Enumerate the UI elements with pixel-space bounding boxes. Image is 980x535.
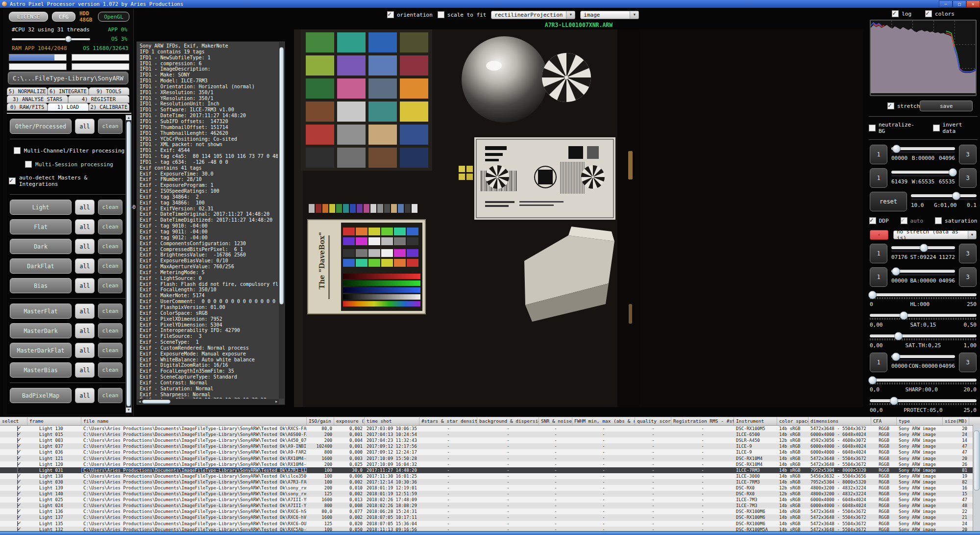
row-checkbox[interactable] [17, 444, 18, 449]
processing-option[interactable]: Multi-Channel/Filter processing [9, 147, 129, 154]
frame-type-button-bias[interactable]: Bias [10, 278, 72, 293]
all-button[interactable]: all [75, 343, 95, 358]
table-row[interactable]: Light 030C:\Users\Aries Productions\Docu… [0, 479, 980, 485]
clean-button[interactable]: clean [98, 362, 122, 378]
all-button[interactable]: all [75, 304, 95, 319]
column-header-snr[interactable]: SNR & noise [539, 417, 572, 425]
histogram-plot[interactable] [870, 20, 977, 96]
all-button[interactable]: all [75, 258, 95, 274]
clean-button[interactable]: clean [98, 323, 122, 338]
clean-button[interactable]: clean [98, 200, 122, 215]
reset-button[interactable]: reset [870, 192, 907, 211]
slider-thumb[interactable] [892, 145, 901, 153]
clean-button[interactable]: clean [98, 119, 122, 134]
row-checkbox[interactable] [17, 485, 18, 490]
slider-min-step-button[interactable]: 1 [870, 244, 887, 263]
slider-track[interactable] [870, 399, 977, 402]
slider-max-step-button[interactable]: 3 [959, 244, 977, 263]
checkbox[interactable] [9, 178, 16, 184]
colors-checkbox[interactable] [925, 10, 932, 17]
table-row[interactable]: Light 037C:\Users\Aries Productions\Docu… [0, 443, 980, 449]
tab-1-load[interactable]: 1) LOAD [48, 103, 88, 111]
row-select-cell[interactable] [0, 491, 27, 496]
display-mode-dropdown[interactable]: image ▼ [580, 11, 639, 19]
table-row[interactable]: Light 025C:\Users\Aries Productions\Docu… [0, 497, 980, 503]
column-header-exp[interactable]: exposure (s) [334, 417, 365, 425]
invert-data-option[interactable]: invert data [933, 122, 978, 134]
table-row[interactable]: Light 135C:\Users\Aries Productions\Docu… [0, 521, 980, 527]
projection-dropdown[interactable]: rectilinearProjection ▼ [491, 11, 575, 19]
row-checkbox[interactable] [17, 450, 18, 455]
frame-type-button-masterflat[interactable]: MasterFlat [10, 304, 72, 319]
tab-2-calibrate[interactable]: 2) CALIBRATE [89, 103, 129, 111]
ddp-option[interactable]: DDP [869, 217, 889, 224]
stretch-option[interactable]: stretch [887, 102, 920, 109]
table-row[interactable]: Light 120C:\Users\Aries Productions\Docu… [0, 461, 980, 467]
working-directory-button[interactable]: C:\...FileType-Library\SonyARW [8, 72, 128, 84]
table-row[interactable]: Light 132C:\Users\Aries Productions\Docu… [0, 527, 980, 531]
checkbox[interactable] [14, 147, 21, 154]
slider-min-step-button[interactable]: 1 [870, 168, 887, 188]
all-button[interactable]: all [75, 219, 95, 234]
threads-slider[interactable] [12, 36, 90, 42]
tab-0-raw-fits[interactable]: 0) RAW/FITS [7, 103, 48, 111]
row-checkbox[interactable] [17, 509, 18, 514]
license-button[interactable]: LICENSE [9, 12, 48, 22]
scroll-up-icon[interactable]: ▲ [126, 115, 131, 120]
slider-track[interactable] [891, 246, 955, 249]
tab-9-tools[interactable]: 9) TOOLS [89, 87, 129, 95]
row-checkbox[interactable] [17, 456, 18, 461]
tab-4-register[interactable]: 4) REGISTER [68, 95, 129, 103]
table-row[interactable]: Light 137C:\Users\Aries Productions\Docu… [0, 514, 980, 520]
column-header-cs[interactable]: color space [777, 417, 808, 425]
row-select-cell[interactable] [0, 527, 27, 531]
row-select-cell[interactable] [0, 503, 27, 508]
column-header-fwhm[interactable]: FWHM min, max (abs & rel) [572, 417, 635, 425]
frame-type-button-other/processed[interactable]: Other/Processed [10, 119, 72, 134]
all-button[interactable]: all [75, 362, 95, 378]
row-checkbox[interactable] [17, 497, 18, 502]
table-row[interactable]: Light 139C:\Users\Aries Productions\Docu… [0, 485, 980, 491]
row-checkbox[interactable] [17, 527, 18, 531]
row-checkbox[interactable] [17, 521, 18, 526]
sidebar-scrollbar[interactable]: ▲ ▼ [125, 115, 132, 413]
table-row[interactable]: Light 036C:\Users\Aries Productions\Docu… [0, 449, 980, 455]
frame-type-button-dark[interactable]: Dark [10, 239, 72, 254]
row-select-cell[interactable] [0, 444, 27, 449]
save-button[interactable]: save [920, 101, 973, 111]
all-button[interactable]: all [75, 119, 95, 134]
row-checkbox[interactable] [17, 432, 18, 437]
row-checkbox[interactable] [17, 462, 18, 467]
slider-track[interactable] [891, 270, 955, 273]
column-header-type[interactable]: type [897, 417, 943, 425]
column-header-stars[interactable]: #stars & star density [419, 417, 477, 425]
table-row[interactable]: Light 121C:\Users\Aries Productions\Docu… [0, 455, 980, 461]
all-button[interactable]: all [75, 278, 95, 293]
clean-button[interactable]: clean [98, 219, 122, 234]
slider-thumb[interactable] [949, 168, 957, 177]
stretch-mode-dropdown[interactable]: no stretch (data as is) ▼ [893, 230, 977, 239]
table-row[interactable]: Light 140C:\Users\Aries Productions\Docu… [0, 491, 980, 497]
frame-type-button-flat[interactable]: Flat [10, 219, 72, 234]
row-checkbox[interactable] [17, 503, 18, 508]
slider-max-step-button[interactable]: 3 [959, 267, 977, 287]
slider-max-step-button[interactable]: 3 [959, 168, 977, 188]
row-checkbox[interactable] [17, 438, 18, 443]
auto-checkbox[interactable] [901, 217, 907, 224]
scale-to-fit-checkbox[interactable] [438, 11, 444, 18]
row-select-cell[interactable] [0, 480, 27, 484]
row-select-cell[interactable] [0, 438, 27, 443]
horizontal-scrollbar[interactable] [0, 531, 980, 535]
orientation-option[interactable]: orientation [387, 11, 433, 18]
slider-track[interactable] [911, 194, 977, 197]
maximize-button[interactable]: □ [953, 0, 966, 7]
row-select-cell[interactable] [0, 450, 27, 455]
column-header-dim[interactable]: dimensions [808, 417, 871, 425]
column-header-time[interactable]: time shot [365, 417, 419, 425]
tab-5-normalize[interactable]: 5) NORMALIZE [7, 87, 48, 95]
row-select-cell[interactable] [0, 497, 27, 502]
slider-thumb[interactable] [890, 397, 898, 405]
saturation-option[interactable]: saturation [935, 217, 977, 224]
slider-thumb[interactable] [892, 267, 900, 276]
row-select-cell[interactable] [0, 462, 27, 467]
